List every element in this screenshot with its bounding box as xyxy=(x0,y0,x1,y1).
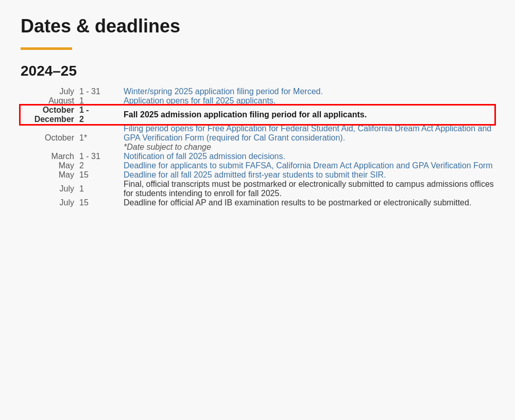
table-row: August 1 Application opens for fall 2025… xyxy=(21,96,494,106)
month-cell: October xyxy=(21,124,77,152)
day-cell: 1 - 31 xyxy=(77,87,108,96)
page-title: Dates & deadlines xyxy=(21,15,494,37)
table-row: May 15 Deadline for all fall 2025 admitt… xyxy=(21,170,494,180)
table-row-highlighted: October December 1 - 2 Fall 2025 admissi… xyxy=(21,106,494,124)
desc-cell: Application opens for fall 2025 applican… xyxy=(108,96,494,106)
desc-cell: Fall 2025 admission application filing p… xyxy=(108,106,494,124)
table-row: July 1 - 31 Winter/spring 2025 applicati… xyxy=(21,87,494,96)
table-row: July 15 Deadline for official AP and IB … xyxy=(21,198,494,207)
month-cell: May xyxy=(21,170,77,180)
month-label: October xyxy=(21,106,74,115)
day-cell: 1 - 2 xyxy=(77,106,108,124)
desc-text: Filing period opens for Free Application… xyxy=(124,124,491,142)
day-cell: 15 xyxy=(77,170,108,180)
yellow-divider xyxy=(21,47,72,50)
desc-cell: Deadline for all fall 2025 admitted firs… xyxy=(108,170,494,180)
month-cell: March xyxy=(21,152,77,161)
year-heading: 2024–25 xyxy=(21,63,494,79)
desc-cell: Notification of fall 2025 admission deci… xyxy=(108,152,494,161)
desc-cell: Final, official transcripts must be post… xyxy=(108,180,494,198)
month-cell: July xyxy=(21,87,77,96)
italic-note: *Date subject to change xyxy=(124,143,211,151)
day-value2: 2 xyxy=(79,115,108,124)
day-value: 1 - xyxy=(79,106,108,115)
month-label2: December xyxy=(21,115,74,124)
desc-cell: Filing period opens for Free Application… xyxy=(108,124,494,152)
table-row: July 1 Final, official transcripts must … xyxy=(21,180,494,198)
day-cell: 1 xyxy=(77,180,108,198)
desc-cell: Winter/spring 2025 application filing pe… xyxy=(108,87,494,96)
deadlines-table: July 1 - 31 Winter/spring 2025 applicati… xyxy=(21,87,494,207)
table-row: October 1* Filing period opens for Free … xyxy=(21,124,494,152)
desc-cell: Deadline for official AP and IB examinat… xyxy=(108,198,494,207)
desc-text: Fall 2025 admission application filing p… xyxy=(124,110,367,119)
table-row: March 1 - 31 Notification of fall 2025 a… xyxy=(21,152,494,161)
desc-cell: Deadline for applicants to submit FAFSA,… xyxy=(108,161,494,170)
month-cell: July xyxy=(21,198,77,207)
deadlines-section: July 1 - 31 Winter/spring 2025 applicati… xyxy=(21,87,494,207)
day-cell: 1 xyxy=(77,96,108,106)
month-cell: August xyxy=(21,96,77,106)
day-cell: 1* xyxy=(77,124,108,152)
day-cell: 15 xyxy=(77,198,108,207)
table-row: May 2 Deadline for applicants to submit … xyxy=(21,161,494,170)
day-cell: 2 xyxy=(77,161,108,170)
month-cell: May xyxy=(21,161,77,170)
day-cell: 1 - 31 xyxy=(77,152,108,161)
month-cell: July xyxy=(21,180,77,198)
month-cell: October December xyxy=(21,106,77,124)
